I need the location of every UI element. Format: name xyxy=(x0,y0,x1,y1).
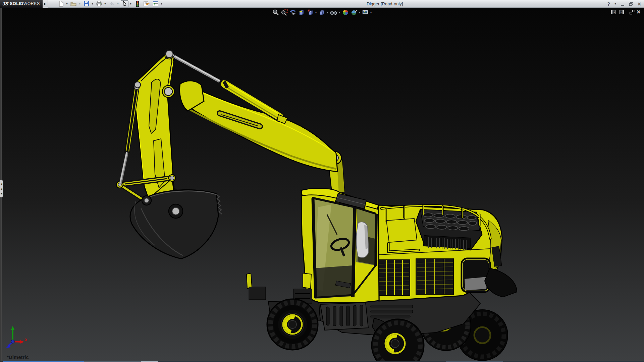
front-wheel-left xyxy=(267,299,318,350)
undo-icon xyxy=(108,0,116,7)
print-icon xyxy=(95,0,103,7)
apply-scene-button[interactable] xyxy=(350,9,359,16)
document-window-controls: ◂ ▸ ✕ xyxy=(611,10,641,14)
display-style-caret[interactable]: ▾ xyxy=(327,11,328,14)
cab xyxy=(293,188,379,303)
window-title: Digger [Read-only] xyxy=(367,1,403,6)
brand-bold: SOLID xyxy=(10,1,23,6)
close-icon: ✕ xyxy=(636,9,641,15)
flyout-arrow-icon: ▶ xyxy=(44,2,46,5)
options-icon xyxy=(152,0,159,7)
open-icon xyxy=(70,0,77,7)
graphics-area[interactable]: ◀ ◀ ◀ ▾ ▾ ▾ ▾ xyxy=(0,8,644,361)
boom-pedestal xyxy=(328,159,344,195)
hydraulic-hose-2 xyxy=(169,185,199,194)
view-orientation-icon xyxy=(307,9,314,16)
previous-view-button[interactable] xyxy=(289,9,298,16)
hide-show-items-caret[interactable]: ▾ xyxy=(339,11,340,14)
section-view-icon xyxy=(298,9,306,16)
splitter-arrow-icon: ◀ xyxy=(0,192,2,195)
hide-show-items-button[interactable] xyxy=(329,9,338,16)
pivot-pins xyxy=(135,49,174,98)
status-strip xyxy=(0,361,644,362)
previous-view-icon xyxy=(289,9,297,16)
body-house xyxy=(378,205,517,301)
hide-show-items-icon xyxy=(330,9,338,16)
zoom-to-area-button[interactable] xyxy=(280,9,289,16)
view-settings-caret[interactable]: ▾ xyxy=(370,11,372,14)
help-icon[interactable]: ? xyxy=(607,1,610,7)
brand-light: WORKS xyxy=(23,1,40,6)
close-icon: ✕ xyxy=(637,1,641,7)
new-icon xyxy=(57,0,65,7)
view-settings-icon xyxy=(362,9,369,16)
minimize-icon xyxy=(621,5,624,6)
splitter-arrow-icon: ◀ xyxy=(0,188,2,190)
stick-cylinder xyxy=(170,54,287,124)
view-settings-button[interactable] xyxy=(361,9,370,16)
panel-splitter-tab[interactable]: ◀ ◀ ◀ xyxy=(0,180,3,197)
edit-appearance-icon xyxy=(342,9,349,16)
splitter-arrow-icon: ◀ xyxy=(0,183,2,185)
select-button[interactable]: ▾ xyxy=(121,0,132,7)
triad-x-label: X xyxy=(25,338,28,342)
new-button[interactable]: ▾ xyxy=(57,0,68,7)
rebuild-traffic-light-icon xyxy=(133,0,141,7)
display-style-icon xyxy=(318,9,326,16)
side-vent-grilles xyxy=(378,258,490,296)
apply-scene-caret[interactable]: ▾ xyxy=(359,11,360,14)
rear-wheel-far xyxy=(457,310,508,361)
rebuild-button[interactable] xyxy=(133,0,141,7)
menu-flyout-arrow[interactable]: ▶ xyxy=(43,0,48,8)
save-icon xyxy=(83,0,90,7)
edit-appearance-button[interactable] xyxy=(341,9,350,16)
view-orientation-button[interactable] xyxy=(306,9,315,16)
file-properties-button[interactable] xyxy=(143,0,150,7)
front-wheel-right xyxy=(372,319,424,362)
brand-swirl-icon: 3S xyxy=(2,1,9,6)
pane-left-icon[interactable]: ◂ xyxy=(611,10,615,14)
help-caret[interactable]: ▾ xyxy=(614,2,617,5)
boom-arm xyxy=(180,81,337,172)
restore-icon xyxy=(629,2,633,6)
options-button[interactable]: ▾ xyxy=(152,0,163,7)
minimize-button[interactable] xyxy=(620,1,625,7)
titlebar: 3S SOLID WORKS ▶ ▾ ▾ ▾ ▾ xyxy=(0,0,644,8)
window-controls: ? ▾ ✕ xyxy=(607,0,642,8)
section-view-button[interactable] xyxy=(298,9,306,16)
apply-scene-icon xyxy=(351,9,358,16)
solidworks-logo: 3S SOLID WORKS xyxy=(0,0,43,8)
standard-toolbar: ▾ ▾ ▾ ▾ ▾ ▾ xyxy=(57,0,164,7)
rear-wheel-near xyxy=(421,301,471,351)
restore-button[interactable] xyxy=(628,1,634,7)
bucket xyxy=(130,190,222,259)
bucket-cylinder xyxy=(120,84,140,184)
undercarriage xyxy=(247,273,480,354)
undo-button[interactable]: ▾ xyxy=(108,0,119,7)
zoom-to-fit-button[interactable] xyxy=(271,9,280,16)
doc-close-button[interactable]: ✕ xyxy=(636,10,641,14)
digger-3d-model xyxy=(0,0,644,362)
bucket-linkage xyxy=(116,175,176,211)
headsup-view-toolbar: ▾ ▾ ▾ ▾ ▾ xyxy=(271,9,373,16)
zoom-to-fit-icon xyxy=(272,9,279,16)
print-button[interactable]: ▾ xyxy=(95,0,107,7)
open-button[interactable]: ▾ xyxy=(70,0,81,7)
zoom-to-area-icon xyxy=(281,9,288,16)
display-style-button[interactable] xyxy=(318,9,326,16)
boom-base-joint xyxy=(329,152,341,164)
file-properties-icon xyxy=(143,0,150,7)
orientation-triad: X xyxy=(3,325,30,352)
view-orientation-label: *Dimetric xyxy=(7,354,29,360)
pane-right-icon[interactable]: ▸ xyxy=(620,10,624,14)
save-button[interactable]: ▾ xyxy=(83,0,94,7)
select-cursor-icon xyxy=(121,0,128,7)
stick-arm xyxy=(133,50,175,216)
view-orientation-caret[interactable]: ▾ xyxy=(315,11,317,14)
hydraulic-hose xyxy=(168,188,196,199)
close-button[interactable]: ✕ xyxy=(637,1,642,7)
